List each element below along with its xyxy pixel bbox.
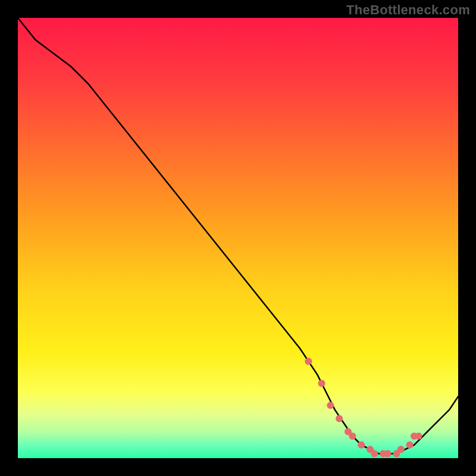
highlight-marker [371, 450, 378, 458]
highlight-marker [318, 380, 325, 387]
watermark-text: TheBottleneck.com [346, 2, 470, 18]
marker-group [305, 358, 422, 457]
plot-area [18, 18, 458, 458]
highlight-marker [406, 441, 414, 449]
highlight-marker [397, 446, 405, 453]
highlight-marker [349, 433, 356, 440]
highlight-marker [415, 433, 422, 440]
chart-frame: TheBottleneck.com [0, 0, 476, 476]
curve-svg [18, 18, 458, 458]
highlight-marker [384, 450, 392, 458]
highlight-marker [358, 441, 365, 449]
highlight-marker [327, 402, 334, 409]
highlight-marker [336, 415, 343, 422]
curve-line [18, 18, 458, 454]
highlight-marker [305, 358, 312, 365]
